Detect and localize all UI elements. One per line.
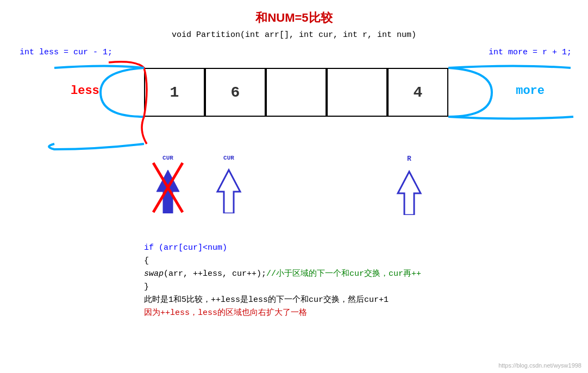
cur-arrow-icon [213,162,245,213]
cur-crossed-arrow-icon [152,162,184,213]
code-line-3: swap(arr, ++less, cur++);//小于区域的下一个和cur交… [144,268,421,281]
code-line-2: { [144,255,421,268]
page-title: 和NUM=5比较 [0,0,588,26]
right-decl: int more = r + 1; [489,48,572,57]
r-arrow-icon [393,163,425,215]
cell-0: 1 [144,68,205,117]
code-area: if (arr[cur]<num) { swap(arr, ++less, cu… [144,242,421,320]
svg-marker-4 [398,172,421,215]
watermark: https://blog.csdn.net/wysw1998 [498,362,581,369]
func-signature: void Partition(int arr[], int cur, int r… [0,30,588,40]
code-line-1: if (arr[cur]<num) [144,242,421,255]
arrow-cur-crossed: CUR [152,155,184,213]
cell-1: 6 [205,68,266,117]
arrow-r: R [393,155,425,215]
code-line-6: 因为++less，less的区域也向右扩大了一格 [144,307,421,320]
code-line-5: 此时是1和5比较，++less是less的下一个和cur交换，然后cur+1 [144,294,421,307]
svg-marker-3 [217,170,240,213]
arrow-cur: CUR [213,155,245,213]
cell-3 [327,68,387,117]
more-label: more [516,84,545,98]
code-swap-italic: swap [144,269,164,279]
code-line-4: } [144,281,421,294]
code-swap-rest: (arr, ++less, cur++);//小于区域的下一个和cur交换，cu… [164,269,421,279]
array-area: 1 6 4 [144,68,448,117]
left-decl: int less = cur - 1; [20,48,112,57]
cell-2 [266,68,327,117]
cell-4: 4 [387,68,448,117]
less-label: less [71,84,99,98]
